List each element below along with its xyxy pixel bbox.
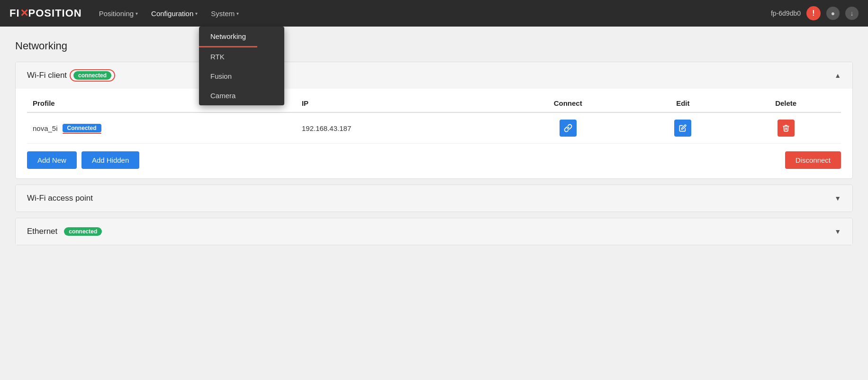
table-row: nova_5i Connected 192.168.43.187 bbox=[27, 112, 841, 144]
brand-logo: FI✕POSITION bbox=[9, 7, 82, 19]
add-hidden-button[interactable]: Add Hidden bbox=[81, 151, 139, 169]
ethernet-status-badge: connected bbox=[64, 227, 102, 236]
ip-cell: 192.168.43.187 bbox=[296, 112, 501, 144]
navbar: FI✕POSITION Positioning ▾ Configuration … bbox=[0, 0, 868, 27]
connect-button[interactable] bbox=[560, 120, 577, 137]
col-header-delete: Delete bbox=[731, 94, 841, 112]
wifi-ap-header[interactable]: Wi-Fi access point ▼ bbox=[16, 185, 852, 212]
edit-button[interactable] bbox=[674, 120, 691, 137]
alert-icon[interactable]: ! bbox=[806, 6, 821, 20]
dropdown-item-networking[interactable]: Networking bbox=[199, 27, 257, 47]
configuration-chevron-icon: ▾ bbox=[195, 11, 198, 16]
nav-item-positioning[interactable]: Positioning ▾ bbox=[93, 7, 144, 20]
wifi-client-title: Wi-Fi client bbox=[27, 71, 67, 80]
ethernet-section: Ethernet connected ▼ bbox=[15, 218, 853, 245]
wifi-client-chevron-icon: ▲ bbox=[834, 72, 841, 79]
delete-button[interactable] bbox=[778, 120, 795, 137]
connect-cell bbox=[501, 112, 635, 144]
page-title: Networking bbox=[15, 40, 853, 52]
user-icon-btn[interactable]: ● bbox=[826, 7, 840, 20]
wifi-client-header[interactable]: Wi-Fi client connected ▲ bbox=[16, 62, 852, 89]
actions-row: Add New Add Hidden Disconnect bbox=[27, 151, 841, 169]
ethernet-header[interactable]: Ethernet connected ▼ bbox=[16, 218, 852, 245]
device-id-label: fp-6d9db0 bbox=[771, 9, 801, 17]
wifi-client-title-row: Wi-Fi client connected bbox=[27, 71, 111, 80]
dropdown-item-rtk[interactable]: RTK bbox=[199, 47, 284, 66]
dropdown-item-camera[interactable]: Camera bbox=[199, 86, 284, 105]
add-new-button[interactable]: Add New bbox=[27, 151, 77, 169]
profile-name: nova_5i bbox=[33, 124, 58, 132]
main-content: Networking Wi-Fi client connected ▲ Prof… bbox=[0, 27, 868, 264]
wifi-client-body: Profile IP Connect Edit Delete nova_5i C… bbox=[16, 94, 852, 178]
wifi-ap-section: Wi-Fi access point ▼ bbox=[15, 185, 853, 212]
wifi-ap-chevron-icon: ▼ bbox=[834, 195, 841, 202]
nav-item-system[interactable]: System ▾ bbox=[205, 7, 244, 20]
edit-cell bbox=[635, 112, 731, 144]
system-chevron-icon: ▾ bbox=[236, 11, 239, 16]
ethernet-chevron-icon: ▼ bbox=[834, 228, 841, 235]
brand-position-text: POSITION bbox=[28, 7, 82, 19]
table-header-row: Profile IP Connect Edit Delete bbox=[27, 94, 841, 112]
nav-item-configuration[interactable]: Configuration ▾ bbox=[145, 7, 203, 20]
wifi-ap-title: Wi-Fi access point bbox=[27, 194, 93, 203]
col-header-ip: IP bbox=[296, 94, 501, 112]
wifi-client-status-badge: connected bbox=[73, 71, 111, 80]
download-icon-btn[interactable]: ↓ bbox=[845, 7, 859, 20]
disconnect-button[interactable]: Disconnect bbox=[785, 151, 841, 169]
profile-cell: nova_5i Connected bbox=[27, 112, 296, 144]
col-header-connect: Connect bbox=[501, 94, 635, 112]
configuration-dropdown: Networking RTK Fusion Camera bbox=[199, 27, 284, 105]
brand-fix-text: FI bbox=[9, 7, 20, 19]
delete-cell bbox=[731, 112, 841, 144]
profile-connected-badge: Connected bbox=[63, 124, 101, 132]
wifi-table: Profile IP Connect Edit Delete nova_5i C… bbox=[27, 94, 841, 144]
ethernet-title: Ethernet bbox=[27, 227, 57, 236]
brand-x-icon: ✕ bbox=[20, 7, 28, 19]
actions-left: Add New Add Hidden bbox=[27, 151, 139, 169]
col-header-edit: Edit bbox=[635, 94, 731, 112]
positioning-chevron-icon: ▾ bbox=[136, 11, 138, 16]
wifi-client-section: Wi-Fi client connected ▲ Profile IP Conn… bbox=[15, 62, 853, 179]
navbar-nav: Positioning ▾ Configuration ▾ System ▾ bbox=[93, 7, 771, 20]
dropdown-item-fusion[interactable]: Fusion bbox=[199, 66, 284, 86]
navbar-right: fp-6d9db0 ! ● ↓ bbox=[771, 6, 859, 20]
